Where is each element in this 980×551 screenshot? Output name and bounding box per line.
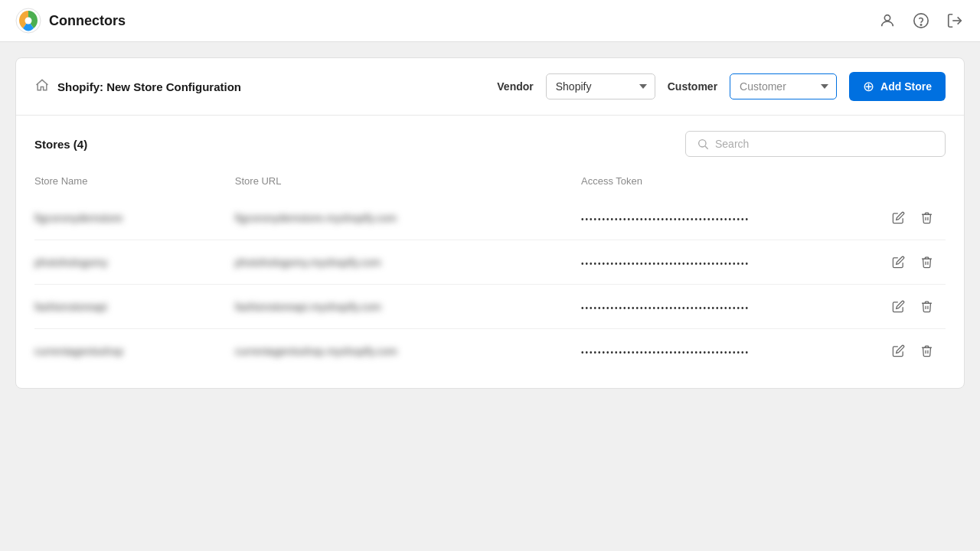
actions-cell: [854, 329, 946, 373]
access-token-value: ••••••••••••••••••••••••••••••••••••••••: [581, 259, 750, 268]
delete-button[interactable]: [917, 297, 936, 316]
vendor-dropdown[interactable]: Shopify WooCommerce Magento: [546, 73, 655, 99]
delete-button[interactable]: [917, 253, 936, 272]
table-row: photohologomyphotohologomy.myshopify.com…: [34, 240, 946, 285]
store-name-cell: fashionstoreapi: [34, 285, 235, 329]
user-icon[interactable]: [877, 11, 897, 31]
stores-header: Stores (4): [34, 131, 946, 157]
config-card: Shopify: New Store Configuration Vendor …: [15, 57, 965, 389]
store-name-cell: figcoronydemstore: [34, 196, 235, 240]
plus-icon: ⊕: [863, 80, 874, 93]
actions-cell: [854, 285, 946, 329]
actions-cell: [854, 240, 946, 285]
logout-icon[interactable]: [945, 11, 965, 31]
access-token-cell: ••••••••••••••••••••••••••••••••••••••••: [581, 196, 854, 240]
svg-line-6: [705, 146, 708, 149]
search-box: [685, 131, 946, 157]
col-header-store-url: Store URL: [235, 169, 581, 196]
store-url-value: figcoronydemstore.myshopify.com: [235, 212, 397, 224]
customer-label: Customer: [668, 80, 717, 93]
main-content: Shopify: New Store Configuration Vendor …: [0, 42, 980, 551]
col-header-store-name: Store Name: [34, 169, 235, 196]
help-icon[interactable]: [911, 11, 931, 31]
store-name-value: photohologomy: [34, 256, 108, 269]
svg-point-5: [699, 140, 706, 147]
access-token-value: ••••••••••••••••••••••••••••••••••••••••: [581, 304, 750, 312]
col-header-access-token: Access Token: [581, 169, 854, 196]
edit-button[interactable]: [889, 208, 908, 227]
access-token-cell: ••••••••••••••••••••••••••••••••••••••••: [581, 240, 854, 285]
search-icon: [697, 138, 709, 150]
table-row: currentagentsshopcurrentagentsshop.mysho…: [34, 329, 946, 373]
action-icons: [854, 208, 936, 227]
table-row: fashionstoreapifashionstoreapi.myshopify…: [34, 285, 946, 329]
col-header-actions: [854, 169, 946, 196]
stores-table: Store Name Store URL Access Token figcor…: [34, 169, 946, 373]
edit-button[interactable]: [889, 341, 908, 360]
store-name-value: fashionstoreapi: [34, 301, 107, 313]
store-url-value: fashionstoreapi.myshopify.com: [235, 301, 381, 313]
app-logo: [15, 8, 41, 34]
store-url-value: currentagentsshop.myshopify.com: [235, 345, 397, 357]
store-name-cell: photohologomy: [34, 240, 235, 285]
config-header-right: Vendor Shopify WooCommerce Magento Custo…: [497, 72, 946, 101]
edit-button[interactable]: [889, 297, 908, 316]
access-token-value: ••••••••••••••••••••••••••••••••••••••••: [581, 215, 750, 223]
table-row: figcoronydemstorefigcoronydemstore.mysho…: [34, 196, 946, 240]
delete-button[interactable]: [917, 208, 936, 227]
add-store-label: Add Store: [880, 80, 932, 93]
add-store-button[interactable]: ⊕ Add Store: [849, 72, 946, 101]
navbar-right: [877, 11, 965, 31]
access-token-value: ••••••••••••••••••••••••••••••••••••••••: [581, 348, 750, 357]
search-input[interactable]: [715, 138, 934, 150]
stores-title: Stores (4): [34, 138, 87, 151]
access-token-cell: ••••••••••••••••••••••••••••••••••••••••: [581, 285, 854, 329]
access-token-cell: ••••••••••••••••••••••••••••••••••••••••: [581, 329, 854, 373]
delete-button[interactable]: [917, 341, 936, 360]
table-header-row: Store Name Store URL Access Token: [34, 169, 946, 196]
store-name-value: currentagentsshop: [34, 345, 123, 357]
store-url-cell: photohologomy.myshopify.com: [235, 240, 581, 285]
config-title: Shopify: New Store Configuration: [57, 80, 241, 93]
store-url-cell: figcoronydemstore.myshopify.com: [235, 196, 581, 240]
home-icon[interactable]: [34, 77, 50, 96]
store-url-cell: currentagentsshop.myshopify.com: [235, 329, 581, 373]
store-name-value: figcoronydemstore: [34, 212, 122, 224]
store-url-value: photohologomy.myshopify.com: [235, 256, 381, 269]
svg-point-2: [884, 15, 890, 21]
svg-point-1: [25, 18, 32, 24]
store-url-cell: fashionstoreapi.myshopify.com: [235, 285, 581, 329]
action-icons: [854, 297, 936, 316]
navbar: Connectors: [0, 0, 980, 42]
config-header-left: Shopify: New Store Configuration: [34, 77, 482, 96]
config-header: Shopify: New Store Configuration Vendor …: [16, 58, 964, 116]
vendor-label: Vendor: [497, 80, 533, 93]
action-icons: [854, 341, 936, 360]
actions-cell: [854, 196, 946, 240]
edit-button[interactable]: [889, 253, 908, 272]
action-icons: [854, 253, 936, 272]
svg-point-4: [920, 24, 921, 25]
app-title: Connectors: [49, 13, 126, 29]
navbar-left: Connectors: [15, 8, 126, 34]
store-name-cell: currentagentsshop: [34, 329, 235, 373]
customer-dropdown[interactable]: Customer Customer 1 Customer 2 Customer …: [730, 73, 837, 99]
stores-area: Stores (4) Store Name Store URL Access T…: [16, 116, 964, 388]
